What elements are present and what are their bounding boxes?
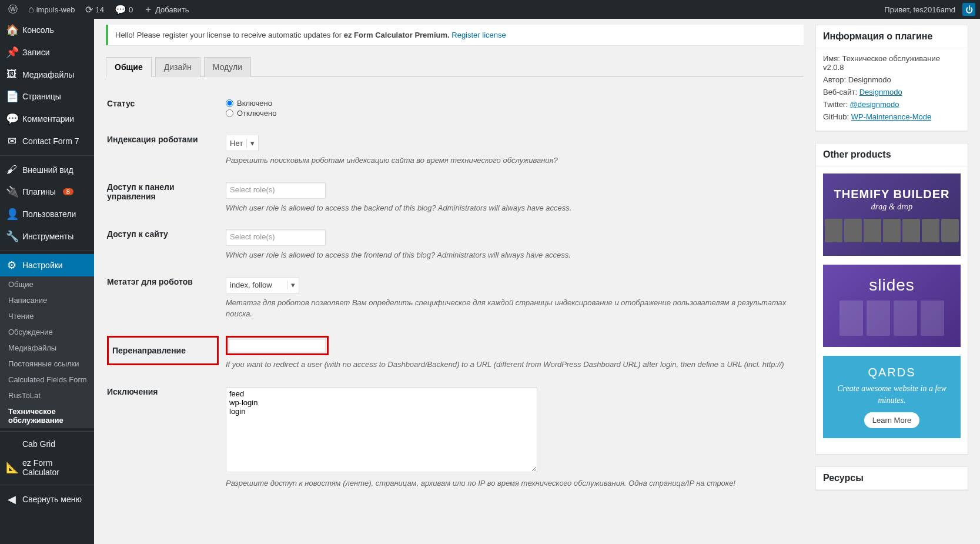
update-icon: ⟳ <box>85 4 93 15</box>
menu-item-9[interactable]: 🔧Инструменты <box>0 225 94 248</box>
menu-icon: 🖌 <box>6 163 18 176</box>
admin-toolbar: ⓦ ⌂impuls-web ⟳14 💬0 ＋Добавить Привет, t… <box>0 0 980 19</box>
robots-select[interactable]: Нет▾ <box>226 135 259 151</box>
submenu-item-2[interactable]: Чтение <box>0 308 94 324</box>
submenu-item-6[interactable]: Calculated Fields Form <box>0 372 94 388</box>
menu-item-6[interactable]: 🖌Внешний вид <box>0 159 94 181</box>
redirect-input[interactable] <box>229 339 326 352</box>
menu-icon: ✉ <box>6 135 18 148</box>
menu-item-4[interactable]: 💬Комментарии <box>0 108 94 130</box>
menu-item-0[interactable]: 🏠Консоль <box>0 19 94 41</box>
tab-general[interactable]: Общие <box>106 57 152 77</box>
menu-item-8[interactable]: 👤Пользователи <box>0 203 94 225</box>
menu-icon: 🏠 <box>6 24 18 36</box>
resources-panel: Ресурсы <box>815 466 968 490</box>
submenu-item-1[interactable]: Написание <box>0 292 94 308</box>
meta-label: Метатэг для роботов <box>107 268 225 326</box>
user-greeting[interactable]: Привет, tes2016amd <box>881 5 959 14</box>
menu-item-3[interactable]: 📄Страницы <box>0 85 94 108</box>
menu-icon: ⚙ <box>6 259 18 272</box>
themify-promo[interactable]: THEMIFY BUILDER drag & drop <box>823 173 961 256</box>
menu-item-10[interactable]: ⚙Настройки <box>0 254 94 276</box>
submenu-item-8[interactable]: Техническое обслуживание <box>0 403 94 428</box>
collapse-menu[interactable]: ◀ Свернуть меню <box>0 488 94 510</box>
twitter-link[interactable]: @designmodo <box>850 100 899 109</box>
menu-item-5[interactable]: ✉Contact Form 7 <box>0 130 94 152</box>
menu-icon: 📄 <box>6 90 18 103</box>
comment-icon: 💬 <box>115 4 126 15</box>
exclude-label: Исключения <box>107 378 225 495</box>
menu-icon: 🔧 <box>6 230 18 243</box>
submenu-item-0[interactable]: Общие <box>0 276 94 292</box>
menu-item-1[interactable]: 📌Записи <box>0 41 94 64</box>
badge: 8 <box>63 188 73 195</box>
learn-more-button[interactable]: Learn More <box>864 412 919 428</box>
website-link[interactable]: Designmodo <box>859 88 902 96</box>
frontend-role-select[interactable]: Select role(s) <box>226 229 326 246</box>
menu-icon: 🔌 <box>6 185 18 198</box>
meta-select[interactable]: index, follow▾ <box>226 277 299 293</box>
menu-icon: 📌 <box>6 46 18 59</box>
backend-role-select[interactable]: Select role(s) <box>226 182 326 199</box>
github-link[interactable]: WP-Maintenance-Mode <box>851 112 932 121</box>
robots-label: Индексация роботами <box>107 126 225 172</box>
plugin-info-panel: Информация о плагине Имя: Техническое об… <box>815 25 968 131</box>
site-link[interactable]: ⌂impuls-web <box>25 4 78 15</box>
redirect-highlight: Перенаправление <box>107 336 219 365</box>
chevron-down-icon: ▾ <box>287 281 299 289</box>
tab-modules[interactable]: Модули <box>204 57 251 77</box>
submenu-item-5[interactable]: Постоянные ссылки <box>0 356 94 372</box>
menu-icon: 👤 <box>6 208 18 221</box>
qards-promo[interactable]: QARDS Create awesome website in a few mi… <box>823 356 961 438</box>
menu-icon: 🖼 <box>6 68 18 81</box>
extra-item-0[interactable]: Cab Grid <box>0 435 94 453</box>
backend-label: Доступ к панели управления <box>107 173 225 220</box>
status-off-radio[interactable] <box>226 109 233 117</box>
comments-link[interactable]: 💬0 <box>111 4 136 15</box>
wp-logo[interactable]: ⓦ <box>5 4 21 16</box>
slides-promo[interactable]: slides <box>823 265 961 347</box>
collapse-icon: ◀ <box>6 493 18 506</box>
submenu-item-3[interactable]: Обсуждение <box>0 324 94 340</box>
add-new[interactable]: ＋Добавить <box>140 4 192 16</box>
settings-tabs: Общие Дизайн Модули <box>106 57 804 77</box>
submenu-item-4[interactable]: Медиафайлы <box>0 340 94 356</box>
admin-sidebar: 🏠Консоль📌Записи🖼Медиафайлы📄Страницы💬Комм… <box>0 19 94 544</box>
status-label: Статус <box>107 90 225 125</box>
power-icon[interactable]: ⏻ <box>962 3 975 16</box>
extra-item-1[interactable]: 📐ez Form Calculator <box>0 453 94 482</box>
submenu-item-7[interactable]: RusToLat <box>0 388 94 403</box>
menu-icon: 💬 <box>6 112 18 125</box>
license-notice: Hello! Please register your license to r… <box>106 25 804 45</box>
exclude-textarea[interactable]: feed wp-login login <box>226 387 537 472</box>
frontend-label: Доступ к сайту <box>107 221 225 267</box>
menu-item-7[interactable]: 🔌Плагины8 <box>0 181 94 203</box>
menu-item-2[interactable]: 🖼Медиафайлы <box>0 64 94 85</box>
register-license-link[interactable]: Register license <box>451 31 506 39</box>
tab-design[interactable]: Дизайн <box>155 57 200 77</box>
status-on-radio[interactable] <box>226 99 233 107</box>
plus-icon: ＋ <box>143 4 153 16</box>
other-products-panel: Other products THEMIFY BUILDER drag & dr… <box>815 143 968 455</box>
chevron-down-icon: ▾ <box>246 139 258 148</box>
redirect-highlight-input <box>226 336 329 355</box>
updates-link[interactable]: ⟳14 <box>82 4 107 15</box>
site-name: impuls-web <box>36 5 75 14</box>
